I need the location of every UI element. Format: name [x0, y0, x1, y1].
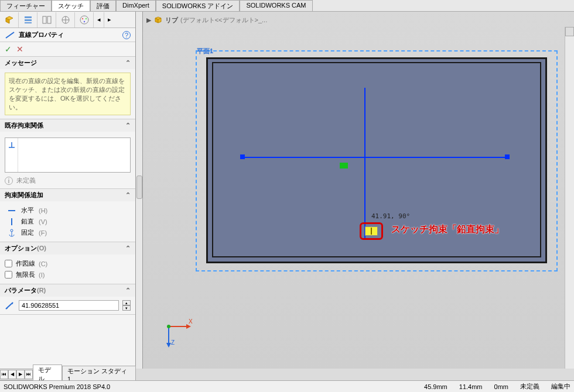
svg-point-25	[167, 325, 170, 328]
sketch-line-horizontal[interactable]	[242, 157, 507, 158]
config-manager-icon[interactable]	[37, 12, 56, 27]
svg-marker-22	[186, 324, 191, 329]
breadcrumb: ▶ リブ (デフォルト<<デフォルト>_...	[146, 15, 267, 25]
section-params-header[interactable]: パラメータ(R)⌃	[0, 284, 135, 297]
tab-nav-last-icon[interactable]: ⏭	[25, 370, 33, 379]
tab-features[interactable]: フィーチャー	[0, 0, 52, 11]
tab-addins[interactable]: SOLIDWORKS アドイン	[156, 0, 240, 11]
view-triad[interactable]: X Z	[160, 312, 196, 348]
collapse-icon: ⌃	[125, 191, 131, 199]
option-infinite-length[interactable]: 無限長(I)	[5, 269, 131, 280]
breadcrumb-doc[interactable]: リブ	[165, 16, 178, 25]
svg-point-20	[11, 229, 13, 232]
length-spinner[interactable]: ▴▾	[122, 300, 131, 311]
axis-z-label: Z	[171, 339, 175, 346]
status-x: 45.9mm	[424, 383, 447, 390]
dimxpert-manager-icon[interactable]	[56, 12, 75, 27]
manager-tabs: ◂ ▸	[0, 12, 135, 28]
feature-manager-icon[interactable]	[0, 12, 19, 27]
svg-rect-12	[25, 22, 32, 23]
length-icon	[5, 301, 15, 310]
svg-rect-10	[25, 16, 32, 18]
section-existing-relations: 既存拘束関係⌃ i 未定義	[0, 119, 135, 189]
breadcrumb-arrow-icon[interactable]: ▶	[146, 16, 151, 24]
existing-relations-list[interactable]	[5, 137, 131, 173]
ok-cancel-row: ✓ ✕	[0, 42, 135, 57]
relation-vertical[interactable]: 鉛直(V)	[5, 216, 131, 227]
spin-up-icon[interactable]: ▴	[122, 300, 131, 305]
tab-nav-first-icon[interactable]: ⏮	[0, 370, 8, 379]
tab-scroll-right-icon[interactable]: ▸	[104, 12, 115, 27]
tab-nav-next-icon[interactable]: ▶	[16, 370, 25, 379]
length-input[interactable]	[19, 300, 119, 311]
vertical-constraint-icon	[365, 226, 378, 236]
svg-point-18	[85, 18, 86, 19]
tab-sketch[interactable]: スケッチ	[52, 0, 90, 11]
sketch-line-vertical[interactable]	[364, 88, 365, 240]
infinite-checkbox[interactable]	[5, 271, 12, 278]
status-defined: 未定義	[520, 382, 539, 391]
endpoint-right[interactable]	[505, 154, 510, 159]
svg-rect-13	[43, 16, 46, 23]
status-edit: 編集中	[551, 382, 570, 391]
annotation-text: スケッチ拘束「鉛直拘束」	[391, 223, 504, 236]
relation-horizontal[interactable]: 水平(H)	[5, 205, 131, 216]
svg-marker-24	[166, 343, 171, 348]
collapse-icon: ⌃	[125, 122, 131, 129]
svg-point-16	[80, 16, 88, 24]
part-icon	[153, 15, 163, 25]
plane-label: 平面1	[197, 47, 213, 56]
status-bar: SOLIDWORKS Premium 2018 SP4.0 45.9mm 11.…	[0, 380, 574, 392]
property-title: 直線プロパティ	[19, 30, 119, 39]
tab-dimxpert[interactable]: DimXpert	[116, 0, 156, 11]
horizontal-icon	[7, 207, 16, 215]
axis-x-label: X	[189, 318, 193, 325]
scroll-up-icon[interactable]	[565, 27, 574, 36]
undefined-status: i 未定義	[5, 176, 131, 185]
graphics-area[interactable]: ▶ リブ (デフォルト<<デフォルト>_... 平面1 41.91, 90° ス…	[143, 12, 574, 369]
splitter-grip-icon[interactable]	[136, 176, 142, 199]
vertical-icon	[7, 218, 16, 226]
section-options: オプション(O)⌃ 作図線(C) 無限長(I)	[0, 242, 135, 284]
svg-point-17	[81, 18, 83, 19]
collapse-icon: ⌃	[125, 59, 131, 67]
info-icon: i	[5, 177, 13, 185]
section-message: メッセージ⌃ 現在の直線の設定を編集、新規の直線をスケッチ、または次の新規の直線…	[0, 57, 135, 119]
ok-icon[interactable]: ✓	[5, 44, 12, 54]
sketch-origin-icon	[340, 163, 348, 169]
section-add-header[interactable]: 拘束関係追加⌃	[0, 189, 135, 201]
breadcrumb-state: (デフォルト<<デフォルト>_...	[180, 16, 267, 25]
collapse-icon: ⌃	[125, 287, 131, 294]
section-message-header[interactable]: メッセージ⌃	[0, 57, 135, 69]
constraint-marker-highlight	[360, 222, 383, 240]
display-manager-icon[interactable]	[75, 12, 94, 27]
endpoint-left[interactable]	[240, 154, 245, 159]
property-header: 直線プロパティ ?	[0, 28, 135, 42]
vertical-scrollbar[interactable]	[565, 27, 574, 369]
property-manager-icon[interactable]	[19, 12, 37, 27]
tab-cam[interactable]: SOLIDWORKS CAM	[240, 0, 312, 11]
cancel-icon[interactable]: ✕	[16, 44, 23, 54]
option-construction-line[interactable]: 作図線(C)	[5, 258, 131, 269]
collapse-icon: ⌃	[125, 245, 131, 252]
message-text: 現在の直線の設定を編集、新規の直線をスケッチ、または次の新規の直線の設定を変更す…	[5, 73, 131, 115]
section-existing-header[interactable]: 既存拘束関係⌃	[0, 119, 135, 132]
svg-rect-14	[47, 16, 51, 23]
spin-down-icon[interactable]: ▾	[122, 305, 131, 311]
tab-evaluate[interactable]: 評価	[90, 0, 116, 11]
help-icon[interactable]: ?	[122, 31, 131, 39]
tab-scroll-left-icon[interactable]: ◂	[94, 12, 104, 27]
relation-fix[interactable]: 固定(F)	[5, 227, 131, 238]
splitter[interactable]	[136, 12, 143, 369]
section-options-header[interactable]: オプション(O)⌃	[0, 242, 135, 255]
undefined-label: 未定義	[16, 176, 36, 185]
status-y: 11.4mm	[459, 383, 483, 390]
construction-checkbox[interactable]	[5, 260, 12, 267]
tab-nav-prev-icon[interactable]: ◀	[8, 370, 16, 379]
dimension-readout: 41.91, 90°	[371, 212, 410, 220]
section-add-relations: 拘束関係追加⌃ 水平(H) 鉛直(V) 固定(F)	[0, 189, 135, 242]
line-icon	[5, 31, 15, 39]
command-tabs: フィーチャー スケッチ 評価 DimXpert SOLIDWORKS アドイン …	[0, 0, 574, 12]
svg-rect-11	[25, 19, 32, 21]
status-app: SOLIDWORKS Premium 2018 SP4.0	[4, 383, 412, 390]
